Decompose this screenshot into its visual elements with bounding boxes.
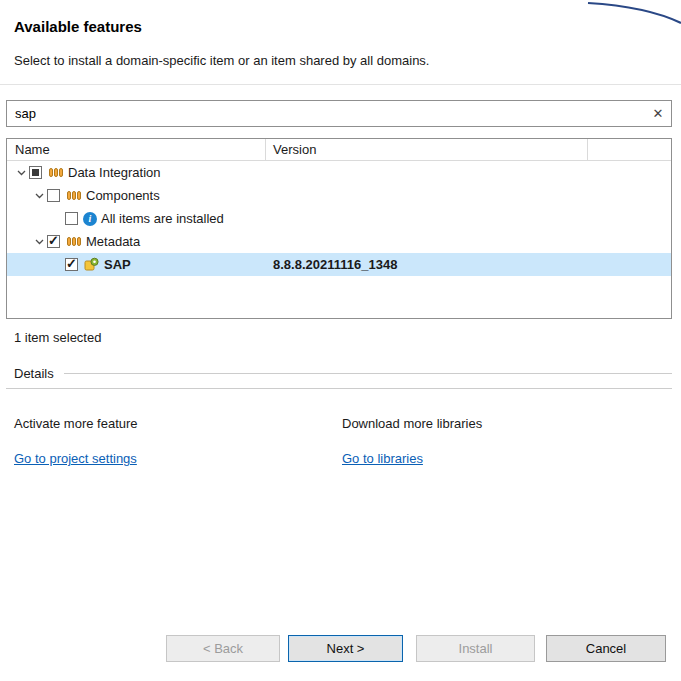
tree-row-components[interactable]: Components [7, 184, 671, 207]
selection-status: 1 item selected [14, 330, 101, 345]
search-box: ✕ [6, 100, 672, 127]
feature-icon [47, 165, 64, 180]
tree-row-data-integration[interactable]: Data Integration [7, 161, 671, 184]
corner-swoosh-decoration [586, 0, 681, 26]
tree-item-label: SAP [104, 257, 131, 272]
details-section-header: Details [6, 366, 672, 381]
clear-search-icon[interactable]: ✕ [645, 106, 671, 121]
tree-table-header: Name Version [7, 139, 671, 161]
tree-row-metadata[interactable]: Metadata [7, 230, 671, 253]
tree-item-label: Components [86, 188, 160, 203]
tree-item-version: 8.8.8.20211116_1348 [273, 257, 397, 272]
page-title: Available features [14, 18, 142, 35]
tree-row-all-items-are-installed[interactable]: iAll items are installed [7, 207, 671, 230]
activate-feature-heading: Activate more feature [14, 416, 138, 431]
checkbox-partial[interactable] [29, 166, 42, 179]
tree-row-sap[interactable]: SAP8.8.8.20211116_1348 [7, 253, 671, 276]
checkbox-checked[interactable] [47, 235, 60, 248]
header-separator [0, 84, 681, 85]
checkbox-unchecked[interactable] [47, 189, 60, 202]
expand-collapse-icon[interactable] [31, 239, 47, 245]
column-separator[interactable] [265, 139, 266, 161]
next-button[interactable]: Next > [288, 635, 403, 662]
info-icon: i [83, 212, 97, 226]
install-button[interactable]: Install [416, 635, 535, 662]
back-button[interactable]: < Back [166, 635, 280, 662]
download-libraries-heading: Download more libraries [342, 416, 482, 431]
checkbox-unchecked[interactable] [65, 212, 78, 225]
checkbox-checked[interactable] [65, 258, 78, 271]
details-separator-line [64, 373, 672, 374]
search-input[interactable] [7, 101, 645, 126]
tree-rows: Data IntegrationComponentsiAll items are… [7, 161, 671, 276]
details-separator-line [6, 388, 672, 389]
tree-item-label: All items are installed [101, 211, 224, 226]
column-header-version[interactable]: Version [273, 142, 316, 157]
feature-icon [65, 188, 82, 203]
tree-item-label: Metadata [86, 234, 140, 249]
expand-collapse-icon[interactable] [31, 193, 47, 199]
go-to-libraries-link[interactable]: Go to libraries [342, 451, 423, 466]
details-title: Details [6, 366, 54, 381]
feature-icon [65, 234, 82, 249]
go-to-project-settings-link[interactable]: Go to project settings [14, 451, 137, 466]
tree-item-label: Data Integration [68, 165, 161, 180]
cancel-button[interactable]: Cancel [546, 635, 666, 662]
sap-icon [83, 257, 100, 272]
page-description: Select to install a domain-specific item… [14, 53, 429, 68]
expand-collapse-icon[interactable] [13, 170, 29, 176]
feature-tree-table: Name Version Data IntegrationComponentsi… [6, 138, 672, 319]
column-header-name[interactable]: Name [15, 142, 50, 157]
column-separator[interactable] [587, 139, 588, 161]
